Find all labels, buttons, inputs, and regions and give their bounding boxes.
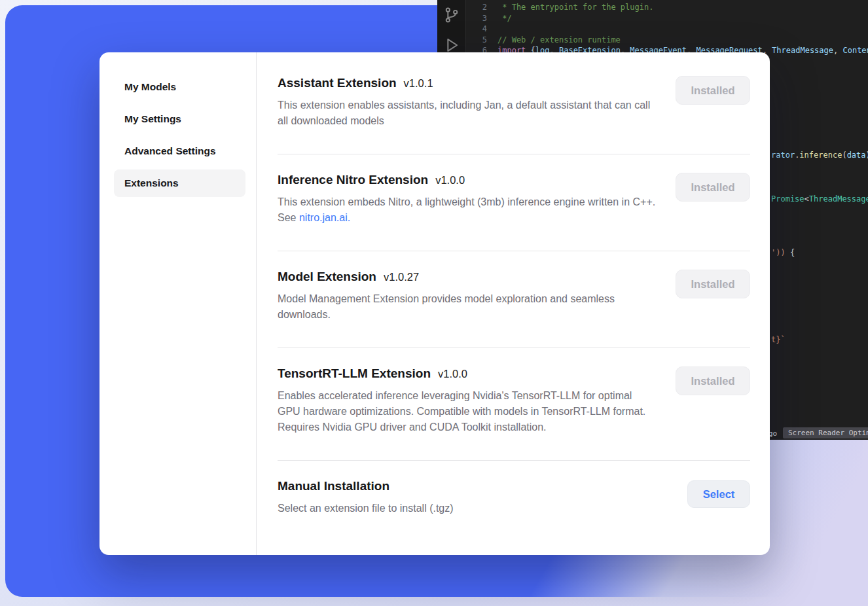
code-fragment: ')) { (771, 248, 795, 257)
installed-button[interactable]: Installed (676, 366, 750, 395)
extension-version: v1.0.0 (435, 174, 465, 186)
source-control-icon[interactable] (443, 7, 460, 24)
manual-installation-title: Manual Installation (278, 479, 454, 493)
line-number: 4 (467, 24, 487, 35)
extension-name: TensortRT-LLM Extension (278, 366, 431, 380)
code-line: // Web / extension runtime (497, 35, 868, 46)
line-number: 5 (467, 35, 487, 46)
extension-description: This extension enables assistants, inclu… (278, 98, 656, 129)
extension-version: v1.0.27 (384, 271, 419, 283)
extension-row-inference-nitro: Inference Nitro Extensionv1.0.0 This ext… (278, 154, 750, 251)
settings-sidebar: My Models My Settings Advanced Settings … (99, 52, 257, 555)
extension-description: Enables accelerated inference leveraging… (278, 388, 656, 435)
extensions-list: Assistant Extensionv1.0.1 This extension… (257, 52, 770, 555)
extension-info: Assistant Extensionv1.0.1 This extension… (278, 76, 656, 129)
code-line (497, 24, 868, 35)
code-fragment: t}` (771, 335, 786, 344)
extension-row-model: Model Extensionv1.0.27 Model Management … (278, 251, 750, 348)
run-and-debug-icon[interactable] (443, 37, 460, 54)
extension-version: v1.0.0 (438, 368, 467, 380)
code-fragment: Promise<ThreadMessage> (771, 194, 868, 204)
extension-title: Model Extensionv1.0.27 (278, 270, 656, 284)
select-file-button[interactable]: Select (687, 480, 750, 508)
sidebar-item-my-models[interactable]: My Models (114, 73, 245, 101)
extension-row-tensorrt-llm: TensortRT-LLM Extensionv1.0.0 Enables ac… (278, 348, 750, 461)
extension-info: Inference Nitro Extensionv1.0.0 This ext… (278, 173, 656, 226)
editor-code: * The entrypoint for the plugin. */// We… (497, 2, 868, 56)
sidebar-item-my-settings[interactable]: My Settings (114, 105, 245, 133)
extension-title: Assistant Extensionv1.0.1 (278, 76, 656, 90)
editor-gutter: 23456 (467, 2, 487, 56)
screen-reader-badge[interactable]: Screen Reader Optimize (783, 427, 868, 438)
code-fragment: rator.inference(data)); (771, 151, 868, 160)
settings-card: My Models My Settings Advanced Settings … (99, 52, 770, 555)
line-number: 3 (467, 13, 487, 24)
extension-row-assistant: Assistant Extensionv1.0.1 This extension… (278, 62, 750, 154)
manual-installation-description: Select an extension file to install (.tg… (278, 501, 454, 516)
installed-button[interactable]: Installed (676, 76, 750, 105)
manual-installation-row: Manual Installation Select an extension … (278, 461, 750, 516)
code-line: * The entrypoint for the plugin. (497, 2, 868, 13)
extension-info: TensortRT-LLM Extensionv1.0.0 Enables ac… (278, 366, 656, 435)
sidebar-item-extensions[interactable]: Extensions (114, 169, 245, 197)
extension-name: Model Extension (278, 270, 376, 283)
extension-description: Model Management Extension provides mode… (278, 291, 656, 323)
code-line: */ (497, 13, 868, 24)
extension-description: This extension embeds Nitro, a lightweig… (278, 194, 656, 226)
line-number: 2 (467, 2, 487, 13)
extension-info: Model Extensionv1.0.27 Model Management … (278, 270, 656, 323)
section-name: Manual Installation (278, 479, 389, 493)
extension-version: v1.0.1 (404, 77, 433, 89)
sidebar-item-advanced-settings[interactable]: Advanced Settings (114, 137, 245, 165)
extension-name: Inference Nitro Extension (278, 173, 428, 187)
extension-title: Inference Nitro Extensionv1.0.0 (278, 173, 656, 187)
installed-button[interactable]: Installed (676, 270, 750, 298)
nitro-jan-ai-link[interactable]: nitro.jan.ai. (299, 212, 350, 223)
extension-title: TensortRT-LLM Extensionv1.0.0 (278, 366, 656, 381)
extension-info: Manual Installation Select an extension … (278, 479, 454, 516)
installed-button[interactable]: Installed (676, 173, 750, 202)
extension-name: Assistant Extension (278, 76, 397, 90)
